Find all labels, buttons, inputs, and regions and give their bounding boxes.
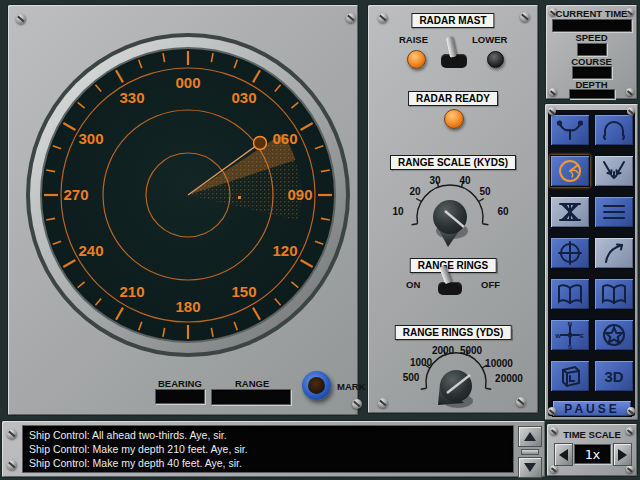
svg-text:10000: 10000 [485,358,513,369]
svg-text:180: 180 [175,298,200,315]
speed-display [577,43,607,56]
time-scale-increase-button[interactable] [613,443,632,466]
helm-yoke-button[interactable] [550,114,590,146]
mark-button-face [308,377,325,394]
svg-text:N: N [568,321,572,327]
range-rings-yds-knob[interactable] [438,370,473,408]
svg-text:030: 030 [231,89,256,106]
screw-icon [627,407,635,415]
bearing-label: BEARING [158,378,202,389]
svg-text:20000: 20000 [495,373,523,384]
manual-book-button[interactable] [594,278,634,310]
svg-text:150: 150 [231,283,256,300]
radar-scope[interactable]: 000 030 060 090 120 150 180 210 240 270 … [8,5,358,415]
mission-star-button[interactable] [594,319,634,351]
console-line: Ship Control: Make my depth 40 feet. Aye… [29,456,507,470]
radar-station-screen: 000 030 060 090 120 150 180 210 240 270 … [0,0,640,480]
three-d-view-button[interactable]: 3D [594,360,634,392]
scope-panel: 000 030 060 090 120 150 180 210 240 270 … [8,5,358,415]
svg-text:500: 500 [403,372,420,383]
screw-icon [548,107,556,115]
svg-text:W: W [555,333,561,339]
navigation-crosshair-button[interactable] [550,237,590,269]
pause-button[interactable]: PAUSE [552,400,632,417]
svg-text:000: 000 [175,74,200,91]
maneuver-curve-button[interactable] [594,237,634,269]
svg-text:E: E [580,333,584,339]
sonar-headphones-button[interactable] [594,114,634,146]
time-scale-decrease-button[interactable] [554,443,573,466]
console-line: Ship Control: All ahead two-thirds. Aye,… [29,428,507,442]
speed-label: SPEED [546,32,637,43]
screw-icon [550,465,558,473]
compass-rose-button[interactable]: NSEW [550,319,590,351]
svg-text:50: 50 [479,186,491,197]
console-scrollbar [518,426,542,472]
time-scale-display: 1x [574,444,611,464]
range-scale-knob[interactable] [433,200,468,247]
range-display [211,389,291,405]
svg-text:2000: 2000 [432,345,455,356]
svg-text:1000: 1000 [410,357,433,368]
screw-icon [627,107,635,115]
svg-text:270: 270 [63,186,88,203]
svg-text:5000: 5000 [460,345,483,356]
radar-station-button[interactable] [550,155,590,187]
svg-text:210: 210 [119,283,144,300]
chart-box-button[interactable] [550,360,590,392]
screw-icon [7,429,17,439]
radar-controls-panel: RADAR MAST RAISE LOWER RADAR READY RANGE… [368,5,538,413]
time-scale-panel: TIME SCALE 1x [547,424,637,476]
svg-text:40: 40 [459,175,471,186]
svg-text:330: 330 [119,89,144,106]
knob-graphics: 10 20 30 40 50 60 500 [368,5,538,413]
console-scroll-thumb[interactable] [521,449,539,455]
svg-text:300: 300 [78,130,103,147]
current-time-label: CURRENT TIME [546,8,637,19]
status-bars-button[interactable] [594,196,634,228]
svg-text:60: 60 [497,206,509,217]
three-d-label: 3D [604,368,623,385]
message-console-frame: Ship Control: All ahead two-thirds. Aye,… [2,421,545,477]
console-scroll-down-button[interactable] [518,457,542,478]
svg-text:240: 240 [78,242,103,259]
svg-text:060: 060 [272,130,297,147]
log-book-button[interactable] [550,278,590,310]
svg-text:120: 120 [272,242,297,259]
periscope-optics-button[interactable] [550,196,590,228]
current-time-display [552,19,632,32]
svg-text:30: 30 [429,175,441,186]
mark-button[interactable] [302,371,331,400]
message-console: Ship Control: All ahead two-thirds. Aye,… [22,425,514,473]
svg-text:20: 20 [409,186,421,197]
screw-icon [626,465,634,473]
incoming-contacts-button[interactable] [594,155,634,187]
console-line: Ship Control: Make my depth 210 feet. Ay… [29,442,507,456]
console-scroll-up-button[interactable] [518,426,542,447]
contact-blip [238,196,241,199]
svg-text:S: S [568,344,572,349]
screw-icon [548,407,556,415]
screw-icon [7,460,17,470]
range-label: RANGE [235,378,269,389]
svg-text:090: 090 [287,186,312,203]
bearing-display [155,389,205,404]
time-scale-title: TIME SCALE [547,429,637,440]
mark-label: MARK [337,381,366,392]
station-buttons-panel: NSEW 3D PAUSE [545,104,638,420]
depth-display [569,89,615,99]
course-display [572,66,612,79]
svg-text:10: 10 [392,206,404,217]
status-panel: CURRENT TIME SPEED COURSE DEPTH [546,5,637,99]
